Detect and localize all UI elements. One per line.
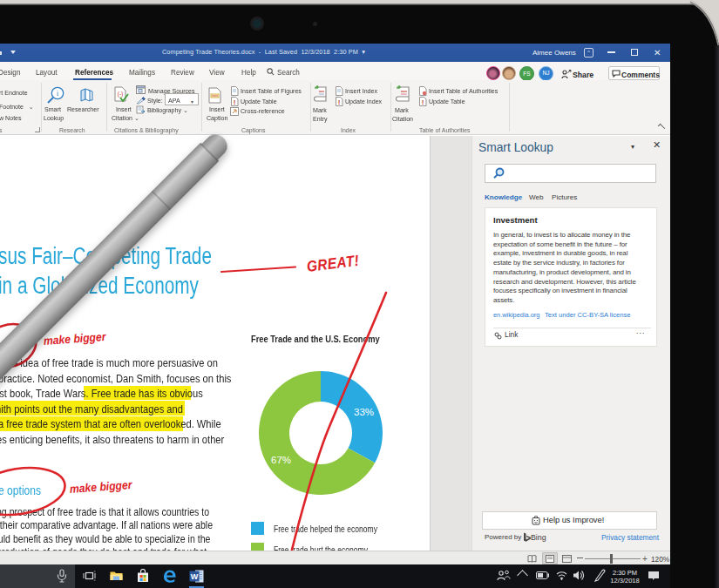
svg-text:W: W xyxy=(191,572,199,581)
svg-text:!: ! xyxy=(338,98,341,106)
svg-text:!: ! xyxy=(422,98,424,106)
svg-text:!: ! xyxy=(234,98,236,106)
svg-text:(-): (-) xyxy=(118,91,124,98)
